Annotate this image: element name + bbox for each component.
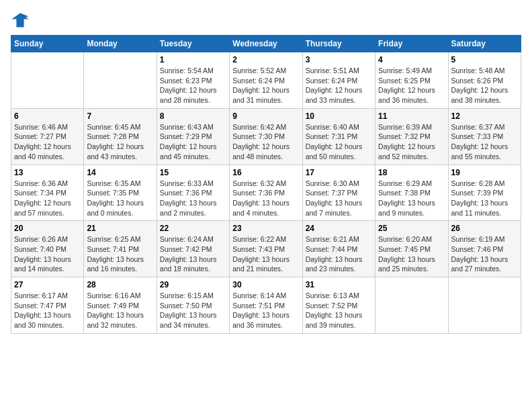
day-info: Sunrise: 5:49 AMSunset: 6:25 PMDaylight:… bbox=[378, 66, 445, 105]
calendar-cell: 18Sunrise: 6:29 AMSunset: 7:38 PMDayligh… bbox=[375, 165, 448, 221]
day-info: Sunrise: 6:24 AMSunset: 7:42 PMDaylight:… bbox=[160, 234, 226, 274]
day-number: 22 bbox=[160, 224, 226, 233]
calendar-cell: 8Sunrise: 6:43 AMSunset: 7:29 PMDaylight… bbox=[157, 108, 229, 165]
calendar-cell: 21Sunrise: 6:25 AMSunset: 7:41 PMDayligh… bbox=[84, 221, 157, 277]
calendar-week-row: 27Sunrise: 6:17 AMSunset: 7:47 PMDayligh… bbox=[11, 277, 521, 334]
calendar-cell: 12Sunrise: 6:37 AMSunset: 7:33 PMDayligh… bbox=[448, 108, 521, 165]
calendar-table: SundayMondayTuesdayWednesdayThursdayFrid… bbox=[11, 35, 521, 334]
calendar-cell: 27Sunrise: 6:17 AMSunset: 7:47 PMDayligh… bbox=[11, 277, 84, 334]
day-number: 21 bbox=[87, 224, 153, 233]
day-info: Sunrise: 6:42 AMSunset: 7:30 PMDaylight:… bbox=[232, 122, 299, 162]
calendar-cell: 28Sunrise: 6:16 AMSunset: 7:49 PMDayligh… bbox=[84, 277, 157, 334]
calendar-cell: 9Sunrise: 6:42 AMSunset: 7:30 PMDaylight… bbox=[230, 108, 302, 165]
calendar-cell: 31Sunrise: 6:13 AMSunset: 7:52 PMDayligh… bbox=[302, 277, 375, 334]
day-number: 31 bbox=[306, 280, 372, 289]
day-info: Sunrise: 6:29 AMSunset: 7:38 PMDaylight:… bbox=[378, 179, 445, 218]
day-info: Sunrise: 5:48 AMSunset: 6:26 PMDaylight:… bbox=[451, 66, 518, 105]
day-info: Sunrise: 6:17 AMSunset: 7:47 PMDaylight:… bbox=[14, 291, 81, 330]
calendar-cell: 3Sunrise: 5:51 AMSunset: 6:24 PMDaylight… bbox=[302, 52, 375, 109]
day-info: Sunrise: 5:51 AMSunset: 6:24 PMDaylight:… bbox=[306, 66, 372, 105]
day-info: Sunrise: 6:36 AMSunset: 7:34 PMDaylight:… bbox=[14, 179, 81, 218]
day-number: 18 bbox=[378, 168, 445, 177]
day-number: 19 bbox=[451, 168, 518, 177]
day-number: 13 bbox=[14, 168, 81, 177]
calendar-cell bbox=[448, 277, 521, 334]
day-number: 23 bbox=[232, 224, 299, 233]
day-info: Sunrise: 6:25 AMSunset: 7:41 PMDaylight:… bbox=[87, 234, 153, 274]
day-of-week-header: Thursday bbox=[302, 36, 375, 52]
day-info: Sunrise: 6:21 AMSunset: 7:44 PMDaylight:… bbox=[306, 234, 372, 274]
day-info: Sunrise: 6:13 AMSunset: 7:52 PMDaylight:… bbox=[306, 291, 372, 330]
day-number: 16 bbox=[232, 168, 299, 177]
day-info: Sunrise: 5:52 AMSunset: 6:24 PMDaylight:… bbox=[232, 66, 299, 105]
day-number: 27 bbox=[14, 280, 81, 289]
day-number: 5 bbox=[451, 55, 518, 64]
calendar-cell: 6Sunrise: 6:46 AMSunset: 7:27 PMDaylight… bbox=[11, 108, 84, 165]
calendar-cell: 26Sunrise: 6:19 AMSunset: 7:46 PMDayligh… bbox=[448, 221, 521, 277]
calendar-week-row: 1Sunrise: 5:54 AMSunset: 6:23 PMDaylight… bbox=[11, 52, 521, 109]
day-number: 26 bbox=[451, 224, 518, 233]
day-number: 11 bbox=[378, 111, 445, 121]
calendar-week-row: 13Sunrise: 6:36 AMSunset: 7:34 PMDayligh… bbox=[11, 165, 521, 221]
calendar-cell bbox=[11, 52, 84, 109]
day-number: 7 bbox=[87, 111, 153, 121]
day-info: Sunrise: 6:26 AMSunset: 7:40 PMDaylight:… bbox=[14, 234, 81, 274]
calendar-cell: 13Sunrise: 6:36 AMSunset: 7:34 PMDayligh… bbox=[11, 165, 84, 221]
day-info: Sunrise: 6:37 AMSunset: 7:33 PMDaylight:… bbox=[451, 122, 518, 162]
calendar-week-row: 6Sunrise: 6:46 AMSunset: 7:27 PMDaylight… bbox=[11, 108, 521, 165]
calendar-cell: 30Sunrise: 6:14 AMSunset: 7:51 PMDayligh… bbox=[230, 277, 302, 334]
calendar-cell: 2Sunrise: 5:52 AMSunset: 6:24 PMDaylight… bbox=[230, 52, 302, 109]
day-number: 20 bbox=[14, 224, 81, 233]
day-number: 6 bbox=[14, 111, 81, 121]
calendar-cell: 17Sunrise: 6:30 AMSunset: 7:37 PMDayligh… bbox=[302, 165, 375, 221]
day-number: 9 bbox=[232, 111, 299, 121]
day-info: Sunrise: 6:15 AMSunset: 7:50 PMDaylight:… bbox=[160, 291, 226, 330]
calendar-cell: 14Sunrise: 6:35 AMSunset: 7:35 PMDayligh… bbox=[84, 165, 157, 221]
day-of-week-header: Sunday bbox=[11, 36, 84, 52]
day-info: Sunrise: 6:16 AMSunset: 7:49 PMDaylight:… bbox=[87, 291, 153, 330]
day-number: 29 bbox=[160, 280, 226, 289]
logo-bird-icon bbox=[11, 11, 30, 30]
day-of-week-header: Tuesday bbox=[157, 36, 229, 52]
svg-marker-0 bbox=[11, 13, 28, 28]
calendar-cell: 22Sunrise: 6:24 AMSunset: 7:42 PMDayligh… bbox=[157, 221, 229, 277]
day-number: 2 bbox=[232, 55, 299, 64]
day-info: Sunrise: 6:46 AMSunset: 7:27 PMDaylight:… bbox=[14, 122, 81, 162]
calendar-cell: 15Sunrise: 6:33 AMSunset: 7:36 PMDayligh… bbox=[157, 165, 229, 221]
calendar-cell: 1Sunrise: 5:54 AMSunset: 6:23 PMDaylight… bbox=[157, 52, 229, 109]
day-info: Sunrise: 6:39 AMSunset: 7:32 PMDaylight:… bbox=[378, 122, 445, 162]
logo bbox=[11, 11, 32, 30]
day-info: Sunrise: 6:14 AMSunset: 7:51 PMDaylight:… bbox=[232, 291, 299, 330]
day-info: Sunrise: 5:54 AMSunset: 6:23 PMDaylight:… bbox=[160, 66, 226, 105]
day-number: 12 bbox=[451, 111, 518, 121]
day-of-week-header: Monday bbox=[84, 36, 157, 52]
day-number: 10 bbox=[306, 111, 372, 121]
day-info: Sunrise: 6:22 AMSunset: 7:43 PMDaylight:… bbox=[232, 234, 299, 274]
day-of-week-header: Saturday bbox=[448, 36, 521, 52]
day-info: Sunrise: 6:40 AMSunset: 7:31 PMDaylight:… bbox=[306, 122, 372, 162]
calendar-cell: 19Sunrise: 6:28 AMSunset: 7:39 PMDayligh… bbox=[448, 165, 521, 221]
day-info: Sunrise: 6:20 AMSunset: 7:45 PMDaylight:… bbox=[378, 234, 445, 274]
day-of-week-header: Friday bbox=[375, 36, 448, 52]
calendar-cell: 10Sunrise: 6:40 AMSunset: 7:31 PMDayligh… bbox=[302, 108, 375, 165]
day-number: 28 bbox=[87, 280, 153, 289]
calendar-cell: 5Sunrise: 5:48 AMSunset: 6:26 PMDaylight… bbox=[448, 52, 521, 109]
day-number: 3 bbox=[306, 55, 372, 64]
page-header bbox=[11, 11, 521, 30]
day-number: 1 bbox=[160, 55, 226, 64]
day-info: Sunrise: 6:28 AMSunset: 7:39 PMDaylight:… bbox=[451, 179, 518, 218]
calendar-cell: 4Sunrise: 5:49 AMSunset: 6:25 PMDaylight… bbox=[375, 52, 448, 109]
day-number: 8 bbox=[160, 111, 226, 121]
day-number: 25 bbox=[378, 224, 445, 233]
calendar-cell: 16Sunrise: 6:32 AMSunset: 7:36 PMDayligh… bbox=[230, 165, 302, 221]
calendar-week-row: 20Sunrise: 6:26 AMSunset: 7:40 PMDayligh… bbox=[11, 221, 521, 277]
calendar-cell: 25Sunrise: 6:20 AMSunset: 7:45 PMDayligh… bbox=[375, 221, 448, 277]
day-number: 15 bbox=[160, 168, 226, 177]
day-info: Sunrise: 6:19 AMSunset: 7:46 PMDaylight:… bbox=[451, 234, 518, 274]
day-info: Sunrise: 6:45 AMSunset: 7:28 PMDaylight:… bbox=[87, 122, 153, 162]
calendar-cell bbox=[84, 52, 157, 109]
calendar-cell: 7Sunrise: 6:45 AMSunset: 7:28 PMDaylight… bbox=[84, 108, 157, 165]
calendar-cell: 11Sunrise: 6:39 AMSunset: 7:32 PMDayligh… bbox=[375, 108, 448, 165]
day-of-week-header: Wednesday bbox=[230, 36, 302, 52]
day-number: 24 bbox=[306, 224, 372, 233]
